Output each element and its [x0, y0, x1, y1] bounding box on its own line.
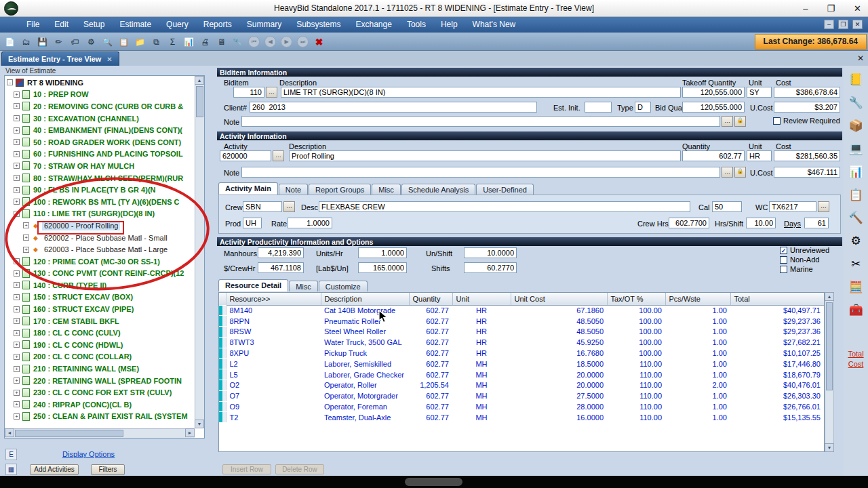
menu-edit[interactable]: Edit [47, 17, 76, 33]
note-lock-icon[interactable]: 🔒 [734, 116, 746, 127]
mdi-minimize-button[interactable]: – [824, 20, 834, 29]
cancel-icon[interactable]: ✖ [312, 35, 326, 49]
tree-biditem[interactable]: +120 : PRIME COAT (MC-30 OR SS-1) [5, 256, 195, 268]
crew-lookup-button[interactable]: … [283, 201, 295, 212]
manhours-field[interactable]: 4,219.390 [258, 247, 304, 258]
scroll-right-icon[interactable]: ► [185, 428, 195, 437]
nav-prev-icon[interactable]: ◀ [264, 36, 276, 47]
nav-first-icon[interactable]: ⏮ [248, 36, 260, 47]
tab-estimate-entry-tree-view[interactable]: Estimate Entry - Tree View ✕ [1, 52, 119, 66]
bid-quan-field[interactable]: 120,555.000 [682, 102, 745, 113]
column-header-quantity[interactable]: Quantity [409, 293, 452, 305]
table-row[interactable]: 8M140Cat 140B Motorgrade602.77HR67.18601… [219, 305, 824, 316]
row-indicator[interactable] [219, 369, 226, 380]
copy-icon[interactable]: ⧉ [149, 35, 163, 49]
column-header-description[interactable]: Description [321, 293, 409, 305]
menu-what-s-new[interactable]: What's New [465, 17, 524, 33]
row-indicator[interactable] [219, 337, 226, 348]
table-row[interactable]: 8RPNPneumatic Roller602.77HR48.5050100.0… [219, 316, 824, 327]
scroll-thumb[interactable] [196, 86, 203, 117]
clipboard-icon[interactable]: 📋 [117, 35, 131, 49]
tree-biditem[interactable]: +230 : CL C CONC FOR EXT STR (CULV) [5, 386, 195, 399]
row-indicator[interactable] [219, 359, 226, 369]
toolbox-icon[interactable]: 🧰 [846, 300, 865, 319]
table-row[interactable]: O2Operator, Roller1,205.54MH20.0000110.0… [219, 380, 824, 391]
expand-icon[interactable]: + [23, 235, 29, 241]
crew-field[interactable]: SBN [243, 201, 282, 212]
new-document-icon[interactable]: 📄 [3, 35, 17, 49]
wc-field[interactable]: TX6217 [769, 201, 816, 212]
expand-icon[interactable]: + [14, 103, 20, 109]
column-header-resource[interactable]: Resource>> [226, 293, 321, 305]
menu-help[interactable]: Help [433, 17, 465, 33]
menu-tools[interactable]: Tools [399, 17, 433, 33]
tree-root[interactable]: -RT 8 WIDENING [5, 77, 195, 89]
days-field[interactable]: 61 [804, 218, 829, 228]
expand-icon[interactable]: + [23, 247, 29, 253]
mdi-close-button[interactable]: ✕ [852, 20, 863, 29]
expand-icon[interactable]: + [14, 318, 20, 324]
expand-icon[interactable]: + [14, 342, 20, 348]
crewhr-field[interactable]: 467.1108 [258, 262, 304, 273]
review-required-checkbox[interactable]: Review Required [773, 117, 840, 125]
tree-activity[interactable]: +◆620002 - Place Subbase Matl - Small [5, 232, 195, 244]
expand-icon[interactable]: + [14, 151, 20, 157]
activity-note-lookup-button[interactable]: … [722, 167, 733, 178]
total-cost-link[interactable]: Total Cost [844, 349, 868, 369]
tags-icon[interactable]: 🏷 [68, 35, 82, 49]
checkbox-unreviewed[interactable]: ✓Unreviewed [780, 246, 829, 254]
days-link[interactable]: Days [784, 220, 801, 228]
row-indicator[interactable] [219, 390, 226, 401]
table-row[interactable]: 8TWT3Water Truck, 3500 GAL602.77HR45.925… [219, 337, 824, 348]
crew-hrs-field[interactable]: 602.7700 [669, 218, 709, 228]
table-row[interactable]: 8XPUPickup Truck602.77HR16.7680100.001.0… [219, 348, 824, 359]
lab-un-field[interactable]: 165.0000 [358, 262, 407, 273]
activity-unit-field[interactable]: HR [747, 150, 772, 161]
tree-vertical-scrollbar[interactable]: ▲ ▼ [195, 76, 204, 428]
table-row[interactable]: O7Operator, Motorgrader602.77MH27.500011… [219, 390, 824, 401]
expand-icon[interactable]: + [14, 366, 20, 372]
expand-icon[interactable]: + [14, 139, 20, 145]
open-estimates-icon[interactable]: 🗂 [19, 35, 33, 49]
expand-icon[interactable]: + [14, 127, 20, 134]
tree-biditem[interactable]: +30 : EXCAVATION (CHANNEL) [5, 113, 195, 125]
tree-biditem[interactable]: +70 : STRAW OR HAY MULCH [5, 160, 195, 172]
tree-biditem[interactable]: +110 : LIME TRT (SURGR)(DC)(8 IN) [5, 208, 195, 220]
takeoff-quantity-field[interactable]: 120,555.000 [682, 87, 745, 98]
display-options-link[interactable]: Display Options [62, 450, 115, 458]
checkbox-box[interactable] [780, 256, 787, 264]
tab-activity-main[interactable]: Activity Main [218, 182, 278, 195]
estimate-mode-button[interactable]: E [5, 449, 17, 460]
tree-biditem[interactable]: +50 : ROAD GRADER WORK (DENS CONT) [5, 136, 195, 148]
tree-biditem[interactable]: +190 : CL C CONC (HDWL) [5, 339, 195, 351]
tab-report-groups[interactable]: Report Groups [309, 184, 371, 195]
tab-customize[interactable]: Customize [319, 281, 368, 291]
sum-icon[interactable]: Σ [165, 35, 180, 49]
tree-biditem[interactable]: +240 : RIPRAP (CONC)(CL B) [5, 399, 195, 411]
wrench-icon[interactable]: 🔧 [846, 93, 865, 112]
tree-horizontal-scrollbar[interactable]: ◄ ► [5, 428, 195, 438]
expand-icon[interactable]: + [14, 187, 20, 193]
tree-activity[interactable]: +◆620000 - Proof Rolling [5, 220, 195, 232]
table-row[interactable]: T2Teamster, Dual-Axle602.77MH16.0000110.… [219, 412, 824, 423]
tree-biditem[interactable]: +90 : FL BS IN PLACE(TY B GR 4)(N [5, 184, 195, 196]
tab-note[interactable]: Note [279, 184, 308, 195]
folder-icon[interactable]: 📁 [133, 35, 147, 49]
row-indicator[interactable] [219, 305, 226, 316]
search-icon[interactable]: 🔍 [100, 35, 115, 49]
table-vertical-scrollbar[interactable]: ▲ ▼ [825, 292, 834, 452]
nav-next-icon[interactable]: ▶ [281, 36, 292, 47]
checkbox-box[interactable]: ✓ [780, 247, 787, 254]
client-field[interactable]: 260 2013 [250, 102, 537, 113]
tree-biditem[interactable]: +140 : CURB (TYPE II) [5, 279, 195, 291]
hrs-shift-field[interactable]: 10.00 [746, 218, 776, 228]
scissors-icon[interactable]: ✂ [846, 254, 865, 273]
expand-icon[interactable]: + [14, 306, 20, 312]
menu-setup[interactable]: Setup [76, 17, 112, 33]
biditem-lookup-button[interactable]: … [266, 87, 277, 98]
scroll-up-icon[interactable]: ▲ [825, 292, 834, 301]
est-init-field[interactable] [585, 102, 612, 113]
monitor-icon[interactable]: 💻 [846, 139, 865, 158]
row-indicator[interactable] [219, 401, 226, 412]
un-shift-field[interactable]: 10.0000 [464, 247, 517, 258]
